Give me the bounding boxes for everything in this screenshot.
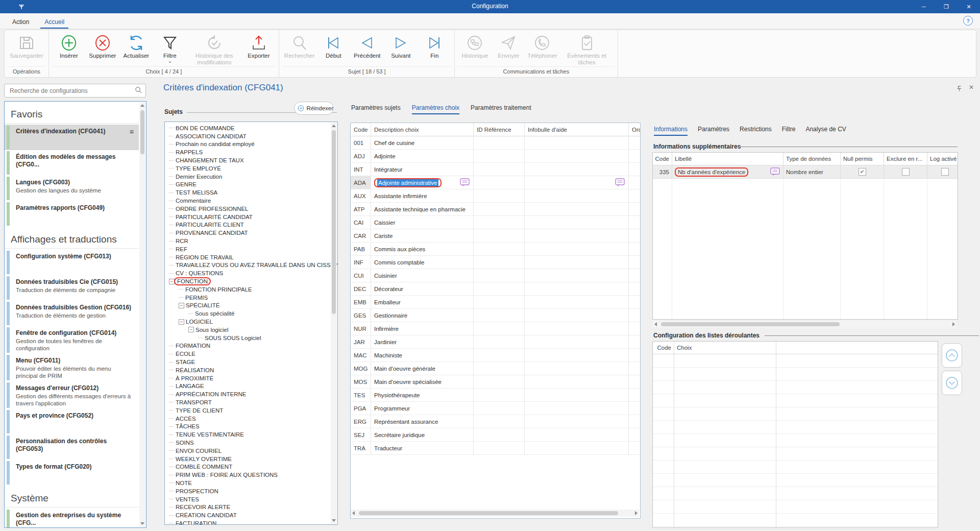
search-input[interactable] <box>9 85 133 96</box>
tab-informations[interactable]: Informations <box>654 126 688 136</box>
tree-item-sous-sp-cialit[interactable]: Sous spécialité <box>166 309 328 318</box>
menu-tab-action[interactable]: Action <box>8 16 33 29</box>
ribbon-button-fin[interactable]: Fin <box>418 31 451 59</box>
ribbon-button-supprimer[interactable]: Supprimer <box>86 31 119 59</box>
sidebar-item-fen-tre-de-configuration-cf[interactable]: Fenêtre de configuration (CFG014)Gestion… <box>5 326 139 354</box>
menu-tab-accueil[interactable]: Accueil <box>40 16 68 29</box>
tree-item-genre[interactable]: GENRE <box>166 181 328 189</box>
tree-item-logiciel[interactable]: −LOGICIEL <box>166 318 328 326</box>
tree-item-r-alisation[interactable]: RÉALISATION <box>166 366 328 374</box>
checkbox-checked[interactable]: ✔ <box>859 168 866 176</box>
sidebar-item-donn-es-traduisibles-cie-cf[interactable]: Données traduisibles Cie (CFG015)Traduct… <box>5 275 139 301</box>
sidebar-item-configuration-syst-me-cfg01[interactable]: Configuration système (CFG013) <box>5 250 139 275</box>
column-header-code[interactable]: Code <box>351 123 371 136</box>
tab-param-tres[interactable]: Paramètres <box>698 126 729 136</box>
tree-item-proximit[interactable]: À PROXIMITÉ <box>166 374 328 382</box>
choice-row-jar[interactable]: JARJardinier <box>351 335 640 349</box>
collapse-icon[interactable]: − <box>188 327 194 332</box>
tree-item-sous-sous-logiciel[interactable]: SOUS SOUS Logiciel <box>166 334 328 342</box>
column-header-infobulle-d-aide[interactable]: Infobulle d'aide <box>525 123 629 136</box>
choice-row-mos[interactable]: MOSMain d'oeuvre spécialisée <box>351 375 640 389</box>
column-header-libell[interactable]: Libellé <box>672 153 783 165</box>
tree-scrollbar[interactable] <box>331 123 337 524</box>
collapse-icon[interactable]: − <box>179 303 184 308</box>
tree-item-prochain-no-candidat-employ[interactable]: Prochain no candidat employé <box>166 140 328 149</box>
sidebar-item-pays-et-province-cfg052[interactable]: Pays et province (CFG052) <box>5 409 139 435</box>
tree-item-sous-logiciel[interactable]: −Sous logiciel <box>166 326 328 334</box>
choice-row-nur[interactable]: NURInfirmière <box>351 322 640 335</box>
tree-item-cv-questions[interactable]: CV : QUESTIONS <box>166 269 328 277</box>
tree-item-stage[interactable]: STAGE <box>166 358 328 366</box>
tree-item-particularit-candidat[interactable]: PARTICULARITÉ CANDIDAT <box>166 213 328 221</box>
tree-item-facturation[interactable]: FACTURATION <box>166 519 328 525</box>
column-header-ord[interactable]: Ord <box>629 123 640 136</box>
tree-item-envoi-couriel[interactable]: ENVOI COURIEL <box>166 447 328 455</box>
dropdown-caret-icon[interactable]: ⌄ <box>168 59 172 63</box>
tree-item-association-candidat[interactable]: ASSOCIATION CANDIDAT <box>166 132 328 140</box>
column-header-code[interactable]: Code <box>653 342 674 354</box>
document-close-icon[interactable]: ✕ <box>969 84 974 91</box>
ribbon-button-exporter[interactable]: Exporter <box>242 31 276 59</box>
tree-item-t-ches[interactable]: TÂCHES <box>166 422 328 430</box>
tab-filtre[interactable]: Filtre <box>782 126 796 136</box>
tree-item-cr-ation-candidat[interactable]: CRÉATION CANDIDAT <box>166 511 328 519</box>
tree-item-soins[interactable]: SOINS <box>166 439 328 447</box>
collapse-icon[interactable]: − <box>179 319 184 325</box>
help-icon[interactable]: ? <box>963 16 973 26</box>
column-header-description-choix[interactable]: Description choix <box>371 123 474 136</box>
tree-item-weekly-overtime[interactable]: WEEKLY OVERTIME <box>166 455 328 463</box>
tab-param-tres-choix[interactable]: Paramètres choix <box>412 104 459 114</box>
move-up-button[interactable] <box>942 343 962 368</box>
sidebar-item-param-tres-rapports-cfg049[interactable]: Paramètres rapports (CFG049) <box>5 201 139 227</box>
tree-item-ref[interactable]: REF <box>166 245 328 253</box>
choice-row-ges[interactable]: GESGestionnaire <box>351 309 640 322</box>
column-header-id-r-f-rence[interactable]: ID Référence <box>474 123 525 136</box>
checkbox-unchecked[interactable] <box>902 168 910 176</box>
tab-param-tres-traitement[interactable]: Paramètres traitement <box>471 104 531 114</box>
info-table-hscrollbar[interactable] <box>653 321 957 328</box>
column-header-choix[interactable]: Choix <box>674 342 776 354</box>
sidebar-item-donn-es-traduisibles-gestion[interactable]: Données traduisibles Gestion (CFG016)Tra… <box>5 301 139 326</box>
choice-row-ada[interactable]: ADAAdjointe administrative <box>351 176 640 189</box>
search-magnifier-icon[interactable] <box>135 86 142 96</box>
tree-item-changement-de-taux[interactable]: CHANGEMENT DE TAUX <box>166 156 328 164</box>
choice-row-cai[interactable]: CAICaissier <box>351 216 640 229</box>
sidebar-item-menu-cfg011[interactable]: Menu (CFG011)Pouvoir éditer les éléments… <box>5 354 139 381</box>
tree-item-provenance-candidat[interactable]: PROVENANCE CANDIDAT <box>166 229 328 237</box>
column-header-null-permis[interactable]: Null permis <box>841 153 884 165</box>
sidebar-item-gestion-des-entreprises-du-s[interactable]: Gestion des entreprises du système (CFG.… <box>5 509 139 528</box>
choice-row-int[interactable]: INTIntégrateur <box>351 163 640 176</box>
tree-item-travaillez-vous-ou-avez-travaill-dans-un-cisss[interactable]: TRAVAILLEZ VOUS OU AVEZ TRAVAILLÉ DANS U… <box>166 261 328 270</box>
tab-restrictions[interactable]: Restrictions <box>740 126 772 136</box>
tree-item-recevoir-alerte[interactable]: RECEVOIR ALERTE <box>166 503 328 511</box>
sidebar-item-types-de-format-cfg020[interactable]: Types de format (CFG020) <box>5 460 139 486</box>
pin-icon[interactable] <box>956 85 963 94</box>
sidebar-item-langues-cfg003[interactable]: Langues (CFG003)Gestion des langues du s… <box>5 176 139 201</box>
tree-item-fonction-principale[interactable]: FONCTION PRINCIPALE <box>166 285 328 294</box>
minimize-button[interactable]: ─ <box>913 0 935 13</box>
close-button[interactable]: ✕ <box>958 0 980 13</box>
sidebar-item-dition-des-mod-les-de-messa[interactable]: Édition des modèles de messages (CFG0... <box>5 150 139 176</box>
sidebar-item-messages-d-erreur-cfg012[interactable]: Messages d'erreur (CFG012)Gestion des di… <box>5 381 139 409</box>
column-header-code[interactable]: Code <box>653 153 672 165</box>
tree-item-note[interactable]: NOTE <box>166 479 328 487</box>
choice-row-cui[interactable]: CUICuisinier <box>351 269 640 282</box>
choice-row-mog[interactable]: MOGMain d'oeuvre générale <box>351 362 640 375</box>
tree-item-bon-de-commande[interactable]: BON DE COMMANDE <box>166 124 328 132</box>
tree-item-langage[interactable]: LANGAGE <box>166 382 328 391</box>
tab-param-tres-sujets[interactable]: Paramètres sujets <box>351 104 401 114</box>
choice-row-emb[interactable]: EMBEmballeur <box>351 296 640 309</box>
tree-item-prim-web-foire-aux-questions[interactable]: PRIM WEB : FOIRE AUX QUESTIONS <box>166 471 328 479</box>
tree-item-sp-cialit[interactable]: −SPÉCIALITÉ <box>166 302 328 310</box>
choice-row-erg[interactable]: ERGReprésentant assurance <box>351 415 640 428</box>
ribbon-button-suivant[interactable]: Suivant <box>384 31 418 59</box>
tree-item-fonction[interactable]: −FONCTION <box>166 277 328 285</box>
tree-item-dernier-execution[interactable]: Dernier Execution <box>166 173 328 181</box>
tree-item-type-employ[interactable]: TYPE EMPLOYÉ <box>166 164 328 173</box>
tree-item-type-de-client[interactable]: TYPE DE CLIENT <box>166 406 328 415</box>
tree-item-transport[interactable]: TRANSPORT <box>166 398 328 406</box>
hamburger-icon[interactable]: ≡ <box>130 129 134 135</box>
reindex-button[interactable]: Réindexer <box>294 102 334 115</box>
choice-row-adj[interactable]: ADJAdjointe <box>351 150 640 163</box>
sidebar-scrollbar[interactable] <box>139 102 145 527</box>
